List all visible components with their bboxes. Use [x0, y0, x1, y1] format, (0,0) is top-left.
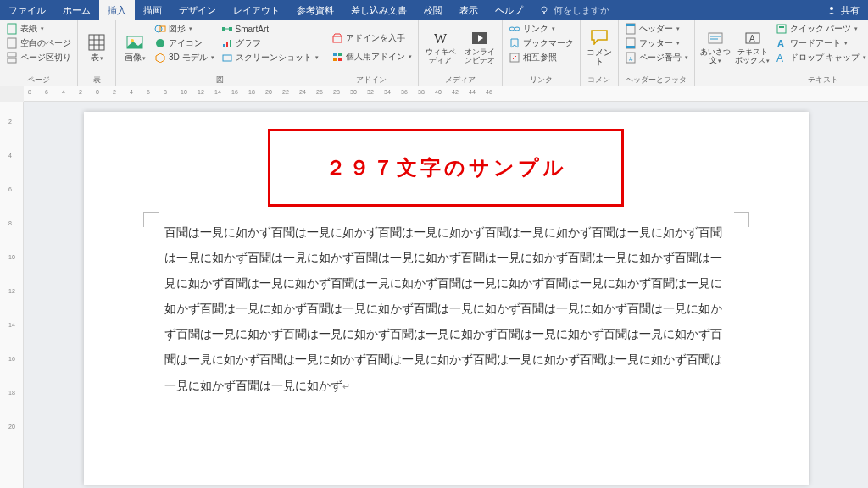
tab-help[interactable]: ヘルプ — [487, 0, 531, 20]
crossref-icon — [509, 52, 520, 64]
tell-me-search[interactable]: 何をしますか — [538, 4, 609, 17]
tab-home[interactable]: ホーム — [54, 0, 99, 20]
3d-models-button[interactable]: 3D モデル▾ — [153, 51, 216, 64]
online-video-button[interactable]: オンラインビデオ — [462, 22, 498, 73]
tab-file[interactable]: ファイル — [0, 0, 54, 20]
paragraph-mark-icon: ↵ — [342, 381, 350, 391]
link-icon — [509, 23, 520, 35]
group-media: W ウィキペディア オンラインビデオ メディア — [419, 20, 503, 86]
group-illust-label: 図 — [120, 73, 320, 86]
svg-rect-21 — [226, 42, 228, 47]
page-number-button[interactable]: #ページ番号▾ — [623, 51, 690, 64]
svg-rect-24 — [333, 36, 342, 42]
group-addins-label: アドイン — [330, 73, 414, 86]
group-links: リンク▾ ブックマーク 相互参照 リンク — [503, 20, 581, 86]
svg-point-0 — [542, 7, 547, 12]
screenshot-button[interactable]: スクリーンショット▾ — [220, 51, 320, 64]
table-icon — [88, 34, 105, 51]
document-area: 2468101214161820 ２９７文字のサンプル 百聞は一見に如かず百聞は… — [0, 102, 868, 488]
icons-button[interactable]: アイコン — [153, 36, 216, 50]
blank-page-button[interactable]: 空白のページ — [4, 36, 73, 50]
crossref-button[interactable]: 相互参照 — [507, 51, 576, 64]
svg-rect-26 — [338, 53, 342, 56]
svg-rect-1 — [543, 12, 545, 14]
lightbulb-icon — [538, 4, 550, 16]
tab-insert[interactable]: 挿入 — [99, 0, 135, 20]
icons-icon — [154, 37, 166, 49]
quickparts-button[interactable]: クイック パーツ▾ — [774, 22, 868, 36]
svg-text:A: A — [777, 38, 784, 48]
greeting-button[interactable]: あいさつ文▾ — [699, 22, 732, 73]
group-pages: 表紙▾ 空白のページ ページ区切り ページ — [0, 20, 78, 86]
svg-text:#: # — [629, 55, 633, 63]
svg-point-31 — [509, 27, 515, 30]
svg-rect-17 — [222, 27, 225, 30]
svg-rect-5 — [8, 53, 16, 57]
pictures-button[interactable]: 画像▾ — [120, 22, 149, 73]
footer-icon — [625, 37, 637, 49]
svg-point-2 — [830, 7, 833, 10]
group-comments: コメント コメント — [581, 20, 619, 86]
bookmark-icon — [509, 37, 520, 49]
blank-page-icon — [6, 37, 18, 49]
group-text: あいさつ文▾ A テキストボックス▾ クイック パーツ▾ Aワードアート▾ Aド… — [695, 20, 868, 86]
page-break-icon — [6, 52, 18, 64]
ribbon: 表紙▾ 空白のページ ページ区切り ページ 表▾ 表 画像▾ 図形▾ アイコン … — [0, 20, 868, 86]
bookmark-button[interactable]: ブックマーク — [507, 36, 576, 50]
wikipedia-icon: W — [432, 30, 449, 47]
tab-review[interactable]: 校閲 — [415, 0, 451, 20]
svg-point-16 — [156, 39, 164, 47]
group-pages-label: ページ — [4, 73, 73, 86]
group-header-footer: ヘッダー▾ フッター▾ #ページ番号▾ ヘッダーとフッター — [619, 20, 695, 86]
comment-icon — [591, 29, 608, 46]
smartart-icon — [221, 23, 233, 35]
table-button[interactable]: 表▾ — [82, 22, 111, 73]
header-button[interactable]: ヘッダー▾ — [623, 22, 690, 36]
quickparts-icon — [776, 23, 787, 35]
svg-rect-3 — [8, 24, 16, 34]
share-button[interactable]: 共有 — [826, 4, 860, 17]
svg-rect-46 — [779, 26, 784, 28]
get-addins-button[interactable]: アドインを入手 — [330, 31, 414, 45]
comment-button[interactable]: コメント — [585, 22, 614, 73]
greeting-icon — [707, 30, 724, 47]
group-text-label: テキスト — [699, 73, 868, 86]
pagenum-icon: # — [625, 52, 637, 64]
svg-text:W: W — [434, 31, 448, 46]
shapes-button[interactable]: 図形▾ — [153, 22, 216, 36]
picture-icon — [126, 34, 143, 51]
footer-button[interactable]: フッター▾ — [623, 36, 690, 50]
cover-page-button[interactable]: 表紙▾ — [4, 22, 73, 36]
group-addins: アドインを入手 個人用アドイン▾ アドイン — [326, 20, 419, 86]
document-title[interactable]: ２９７文字のサンプル — [326, 154, 567, 181]
addins-icon — [331, 51, 343, 63]
chart-button[interactable]: グラフ — [220, 36, 320, 50]
dropcap-button[interactable]: Aドロップ キャップ▾ — [774, 51, 868, 64]
textbox-button[interactable]: A テキストボックス▾ — [735, 22, 771, 73]
wikipedia-button[interactable]: W ウィキペディア — [423, 22, 459, 73]
tab-mailings[interactable]: 差し込み文書 — [342, 0, 415, 20]
shapes-icon — [154, 23, 166, 35]
group-links-label: リンク — [507, 73, 576, 86]
group-tables-label: 表 — [82, 73, 111, 86]
my-addins-button[interactable]: 個人用アドイン▾ — [330, 50, 414, 64]
tab-draw[interactable]: 描画 — [135, 0, 170, 20]
page-break-button[interactable]: ページ区切り — [4, 51, 73, 64]
svg-rect-6 — [8, 58, 16, 63]
tab-design[interactable]: デザイン — [170, 0, 225, 20]
smartart-button[interactable]: SmartArt — [220, 22, 320, 36]
tab-view[interactable]: 表示 — [451, 0, 487, 20]
wordart-button[interactable]: Aワードアート▾ — [774, 36, 868, 50]
dropcap-icon: A — [776, 52, 787, 64]
svg-rect-18 — [229, 27, 232, 30]
document-body[interactable]: 百聞は一見に如かず百聞は一見に如かず百聞は一見に如かず百聞は一見に如かず百聞は一… — [164, 220, 728, 399]
horizontal-ruler[interactable]: 8642024681012141618202224262830323436384… — [24, 86, 868, 102]
link-button[interactable]: リンク▾ — [507, 22, 576, 36]
svg-text:A: A — [749, 34, 755, 43]
tab-layout[interactable]: レイアウト — [225, 0, 288, 20]
margin-mark-tl — [143, 212, 159, 227]
vertical-ruler[interactable]: 2468101214161820 — [0, 102, 24, 488]
tab-references[interactable]: 参考資料 — [288, 0, 342, 20]
ruler-corner — [0, 86, 24, 102]
page-scroll-area[interactable]: ２９７文字のサンプル 百聞は一見に如かず百聞は一見に如かず百聞は一見に如かず百聞… — [24, 102, 868, 488]
